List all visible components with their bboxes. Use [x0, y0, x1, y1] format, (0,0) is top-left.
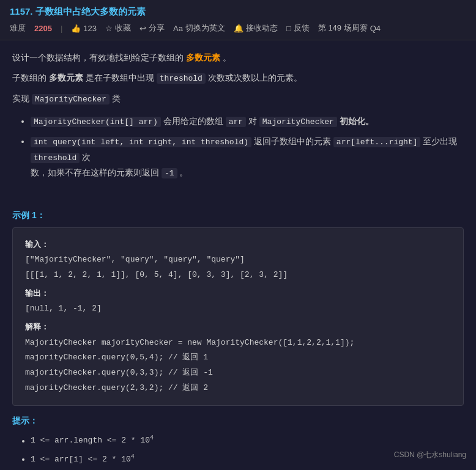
desc-line2: 子数组的 多数元素 是在子数组中出现 threshold 次数或次数以上的元素。: [12, 70, 464, 86]
method-item-2: int query(int left, int right, int thres…: [31, 134, 464, 180]
watermark: CSDN @七水shuliang: [394, 450, 466, 460]
input-label: 输入：: [25, 238, 451, 253]
example-content: 输入： ["MajorityChecker", "query", "query"…: [25, 238, 451, 396]
description: 设计一个数据结构，有效地找到给定子数组的 多数元素 。 子数组的 多数元素 是在…: [12, 50, 464, 106]
class-code: MajorityChecker: [32, 94, 110, 105]
title-row: 1157. 子数组中占绝大多数的元素: [10, 6, 466, 18]
output-label: 输出：: [25, 287, 451, 302]
meta-row: 难度 2205 | 👍 123 ☆ 收藏 ↩ 分享 Aa 切换为英文 🔔 接收动…: [10, 23, 466, 34]
content-area: 设计一个数据结构，有效地找到给定子数组的 多数元素 。 子数组的 多数元素 是在…: [0, 40, 476, 470]
example-title: 示例 1：: [12, 210, 464, 221]
example-box: 输入： ["MajorityChecker", "query", "query"…: [12, 227, 464, 406]
star-icon: ☆: [105, 24, 113, 33]
explain-line2: majorityChecker.query(0,5,4); // 返回 1: [25, 350, 451, 365]
desc-line3: 实现 MajorityChecker 类: [12, 91, 464, 106]
header: 1157. 子数组中占绝大多数的元素 难度 2205 | 👍 123 ☆ 收藏 …: [0, 0, 476, 40]
desc-line1: 设计一个数据结构，有效地找到给定子数组的 多数元素 。: [12, 50, 464, 65]
bell-icon: 🔔: [234, 24, 244, 33]
threshold-code-1: threshold: [157, 73, 206, 84]
difficulty-value: 2205: [34, 24, 52, 33]
like-count: 123: [83, 24, 97, 33]
share-button[interactable]: ↩ 分享: [139, 23, 165, 34]
difficulty-label: 难度: [10, 23, 26, 34]
feedback-button[interactable]: □ 反馈: [286, 23, 310, 34]
explain-line4: majorityChecker.query(2,3,2); // 返回 2: [25, 381, 451, 396]
explain-line1: MajorityChecker majorityChecker = new Ma…: [25, 336, 451, 351]
feedback-icon: □: [286, 24, 291, 33]
translate-icon: Aa: [173, 24, 183, 33]
explain-line3: majorityChecker.query(0,3,3); // 返回 -1: [25, 365, 451, 381]
threshold-code-2: threshold: [31, 153, 80, 163]
hint-item-1: 1 <= arr.length <= 2 * 104: [31, 433, 464, 448]
notify-button[interactable]: 🔔 接收动态: [234, 23, 278, 34]
input-line1: ["MajorityChecker", "query", "query", "q…: [25, 252, 451, 268]
hints-section: 提示： 1 <= arr.length <= 2 * 104 1 <= arr[…: [12, 416, 464, 470]
explain-label: 解释：: [25, 320, 451, 336]
translate-button[interactable]: Aa 切换为英文: [173, 23, 225, 34]
input-line2: [[[1, 1, 2, 2, 1, 1]], [0, 5, 4], [0, 3,…: [25, 268, 451, 283]
share-icon: ↩: [139, 24, 146, 33]
like-icon: 👍: [71, 24, 81, 33]
collect-button[interactable]: ☆ 收藏: [105, 23, 131, 34]
method-item-1: MajorityChecker(int[] arr) 会用给定的数组 arr 对…: [31, 114, 464, 129]
method-list: MajorityChecker(int[] arr) 会用给定的数组 arr 对…: [12, 114, 464, 181]
contest-link[interactable]: 第 149 场周赛 Q4: [318, 23, 381, 34]
output-value: [null, 1, -1, 2]: [25, 301, 451, 317]
hints-title: 提示：: [12, 416, 464, 427]
problem-title: 1157. 子数组中占绝大多数的元素: [10, 6, 146, 18]
like-button[interactable]: 👍 123: [71, 24, 97, 33]
spacer: [12, 191, 464, 200]
